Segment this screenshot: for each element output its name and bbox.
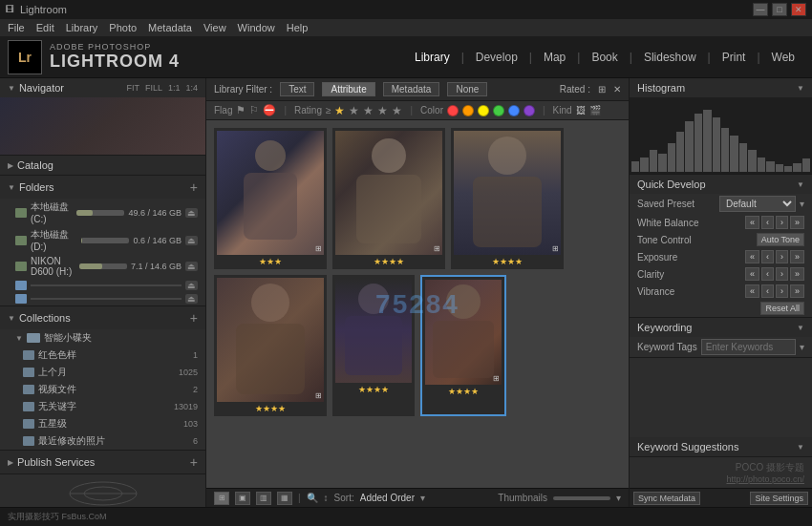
view-grid-button[interactable]: ⊞ — [214, 492, 229, 505]
publish-add-button[interactable]: + — [190, 454, 198, 470]
expand-icon[interactable]: ▾ — [616, 493, 621, 503]
view-loupe-button[interactable]: ▣ — [235, 492, 250, 505]
photo-cell-2[interactable]: ⊞ ★★★★ — [332, 128, 445, 269]
wb-increase-fast-button[interactable]: » — [790, 216, 804, 229]
nav-tab-print[interactable]: Print — [713, 47, 756, 68]
catalog-header[interactable]: ▶ Catalog — [0, 156, 205, 175]
folders-header[interactable]: ▼ Folders + — [0, 176, 205, 199]
collections-add-button[interactable]: + — [190, 310, 198, 326]
flag-picked-icon[interactable]: ⚑ — [236, 104, 246, 116]
view-compare-button[interactable]: ▥ — [256, 492, 271, 505]
rating-operator[interactable]: ≥ — [326, 105, 331, 116]
nav-fit[interactable]: FIT — [126, 83, 139, 93]
color-purple[interactable] — [524, 105, 535, 116]
keyword-input[interactable] — [701, 339, 796, 355]
exp-decrease[interactable]: ‹ — [761, 250, 774, 263]
wb-decrease-button[interactable]: ‹ — [761, 216, 774, 229]
collection-item-1[interactable]: 红色色样 1 — [0, 347, 205, 364]
filter-icon-2[interactable]: ↕ — [324, 493, 329, 503]
close-button[interactable]: ✕ — [791, 3, 806, 16]
star-1[interactable]: ★ — [334, 104, 345, 117]
navigator-header[interactable]: ▼ Navigator FIT FILL 1:1 1:4 — [0, 78, 205, 97]
minimize-button[interactable]: — — [753, 3, 768, 16]
folder-item-extra1[interactable]: ⏏ — [0, 279, 205, 292]
quick-develop-header[interactable]: Quick Develop ▼ — [630, 175, 812, 194]
photo-cell-1[interactable]: ⊞ ★★★ — [214, 128, 327, 269]
photo-cell-3[interactable]: ⊞ ★★★★ — [451, 128, 564, 269]
filter-icon-1[interactable]: 🔍 — [307, 493, 318, 503]
kind-all-icon[interactable]: 🖼 — [576, 105, 586, 116]
collection-item-6[interactable]: 最近修改的照片 6 — [0, 432, 205, 450]
wb-increase-button[interactable]: › — [776, 216, 788, 229]
menu-photo[interactable]: Photo — [109, 22, 137, 33]
vib-decrease-fast[interactable]: « — [745, 284, 759, 298]
clarity-decrease-fast[interactable]: « — [745, 267, 759, 281]
vib-increase-fast[interactable]: » — [790, 284, 804, 298]
folder-item-extra2[interactable]: ⏏ — [0, 292, 205, 305]
photo-cell-5[interactable]: ★★★★ — [332, 275, 415, 416]
filter-attribute-button[interactable]: Attribute — [322, 82, 374, 96]
site-settings-button[interactable]: Site Settings — [750, 492, 808, 505]
saved-preset-select[interactable]: Default — [719, 196, 796, 212]
collection-item-4[interactable]: 无关谜字 13019 — [0, 398, 205, 415]
nav-tab-library[interactable]: Library — [405, 47, 459, 68]
nav-1-1[interactable]: 1:1 — [168, 83, 181, 93]
clarity-increase[interactable]: › — [776, 267, 788, 281]
color-orange[interactable] — [462, 105, 474, 116]
star-2[interactable]: ★ — [349, 104, 359, 117]
folder-item-d[interactable]: 本地磁盘 (D:) 0.6 / 146 GB ⏏ — [0, 226, 205, 254]
wb-decrease-fast-button[interactable]: « — [745, 216, 759, 229]
collection-item-2[interactable]: 上个月 1025 — [0, 364, 205, 381]
keyword-expand-button[interactable]: ▾ — [800, 342, 804, 352]
kind-video-icon[interactable]: 🎬 — [589, 105, 601, 116]
clarity-decrease[interactable]: ‹ — [761, 267, 774, 281]
nav-tab-book[interactable]: Book — [582, 47, 627, 68]
reset-all-button[interactable]: Reset All — [760, 302, 804, 315]
menu-edit[interactable]: Edit — [36, 22, 54, 33]
maximize-button[interactable]: □ — [772, 3, 787, 16]
color-yellow[interactable] — [478, 105, 489, 116]
collection-item-5[interactable]: 五星级 103 — [0, 415, 205, 432]
folder-item-c[interactable]: 本地磁盘 (C:) 49.6 / 146 GB ⏏ — [0, 199, 205, 226]
vib-increase[interactable]: › — [776, 284, 788, 298]
folders-add-button[interactable]: + — [190, 179, 198, 195]
menu-window[interactable]: Window — [238, 22, 275, 33]
collection-group[interactable]: ▼ 智能小碟夹 — [0, 329, 205, 347]
histogram-header[interactable]: Histogram ▼ — [630, 78, 812, 97]
sort-value[interactable]: Added Order — [360, 493, 415, 503]
sort-direction-icon[interactable]: ▾ — [420, 493, 425, 503]
color-green[interactable] — [493, 105, 504, 116]
eject-c[interactable]: ⏏ — [185, 208, 198, 218]
photo-cell-4[interactable]: ⊞ ★★★★ — [214, 275, 327, 416]
eject-e1[interactable]: ⏏ — [185, 281, 198, 290]
filter-close-icon[interactable]: ✕ — [613, 84, 621, 95]
vib-decrease[interactable]: ‹ — [761, 284, 774, 298]
sync-metadata-button[interactable]: Sync Metadata — [633, 492, 700, 505]
nav-tab-web[interactable]: Web — [762, 47, 804, 68]
flag-unflagged-icon[interactable]: ⚐ — [249, 104, 259, 116]
exp-increase-fast[interactable]: » — [790, 250, 804, 263]
filter-text-button[interactable]: Text — [280, 82, 314, 96]
thumbnail-size-slider[interactable] — [553, 496, 610, 500]
photo-cell-6[interactable]: ⊞ ★★★★ — [420, 275, 506, 416]
menu-metadata[interactable]: Metadata — [148, 22, 192, 33]
menu-help[interactable]: Help — [287, 22, 309, 33]
star-3[interactable]: ★ — [363, 104, 374, 117]
folder-item-h[interactable]: NIKON D600 (H:) 7.1 / 14.6 GB ⏏ — [0, 254, 205, 279]
menu-file[interactable]: File — [8, 22, 25, 33]
exp-decrease-fast[interactable]: « — [745, 250, 759, 263]
view-survey-button[interactable]: ▦ — [277, 492, 292, 505]
eject-h[interactable]: ⏏ — [185, 262, 198, 271]
clarity-increase-fast[interactable]: » — [790, 267, 804, 281]
keywording-header[interactable]: Keywording ▼ — [630, 318, 812, 337]
eject-d[interactable]: ⏏ — [185, 236, 198, 245]
filter-metadata-button[interactable]: Metadata — [383, 82, 440, 96]
collection-item-3[interactable]: 视频文件 2 — [0, 381, 205, 398]
nav-tab-map[interactable]: Map — [534, 47, 575, 68]
keyword-suggestions-header[interactable]: Keyword Suggestions ▼ — [630, 437, 812, 456]
color-red[interactable] — [447, 105, 459, 116]
color-blue[interactable] — [508, 105, 520, 116]
saved-preset-arrow[interactable]: ▾ — [800, 199, 804, 209]
nav-1-4[interactable]: 1:4 — [185, 83, 198, 93]
nav-tab-develop[interactable]: Develop — [466, 47, 527, 68]
